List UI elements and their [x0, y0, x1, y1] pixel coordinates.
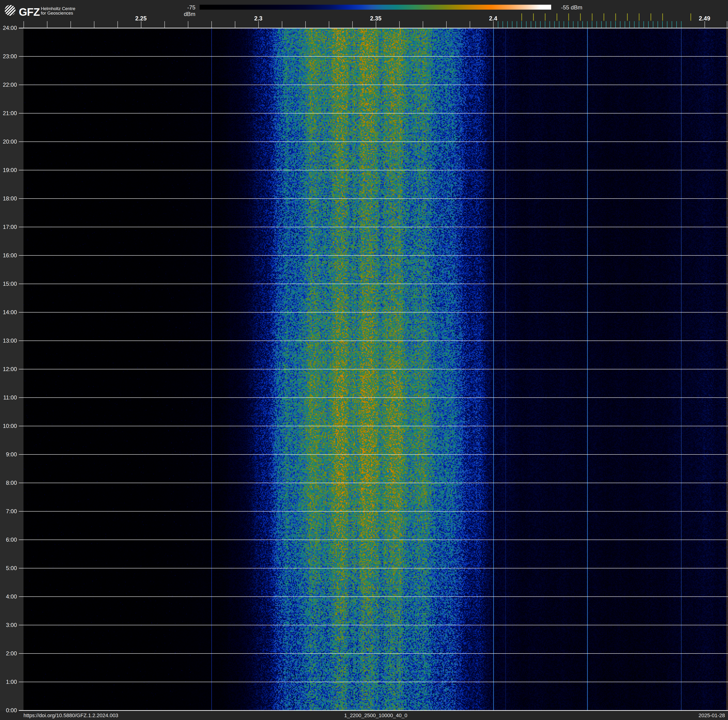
- freq-axis-label: 2.3: [254, 15, 263, 22]
- freq-axis-label: 2.25: [135, 15, 147, 22]
- freq-minor-tick: [727, 21, 727, 28]
- ble-channel-tick: [498, 21, 498, 28]
- freq-minor-tick: [470, 21, 470, 28]
- ble-channel-tick: [564, 21, 564, 28]
- time-axis-label: 1:00: [0, 679, 17, 685]
- wifi-channel-tick: [522, 14, 522, 21]
- time-axis-label: 5:00: [0, 565, 17, 571]
- header-bar: [0, 0, 728, 28]
- ble-channel-tick: [615, 21, 616, 28]
- gfz-logo-wordmark: GFZ: [19, 6, 40, 18]
- ble-channel-tick: [526, 21, 526, 28]
- wifi-channel-tick: [568, 14, 569, 21]
- wifi-channel-tick: [639, 14, 639, 21]
- ble-channel-tick: [671, 21, 672, 28]
- wifi-channel-tick: [604, 14, 604, 21]
- time-axis-label: 15:00: [0, 281, 17, 287]
- hour-gridline: [19, 539, 728, 540]
- freq-minor-tick: [305, 21, 306, 28]
- freq-minor-tick: [399, 21, 400, 28]
- ble-channel-tick: [639, 21, 639, 28]
- hour-gridline: [19, 170, 728, 170]
- time-axis-label: 6:00: [0, 537, 17, 542]
- freq-minor-tick: [211, 21, 212, 28]
- ble-channel-tick: [522, 21, 522, 28]
- power-colorbar: [200, 5, 551, 10]
- ble-channel-tick: [549, 21, 550, 28]
- time-axis-label: 3:00: [0, 622, 17, 628]
- freq-axis-label: 2.49: [699, 15, 710, 22]
- time-axis-label: 10:00: [0, 423, 17, 429]
- hour-gridline: [19, 113, 728, 113]
- wifi-channel-tick: [650, 14, 651, 21]
- ble-channel-tick: [587, 21, 587, 28]
- hour-gridline: [19, 568, 728, 568]
- freq-axis-label: 2.4: [489, 15, 497, 22]
- freq-minor-tick: [329, 21, 329, 28]
- ble-channel-tick: [578, 21, 578, 28]
- doi-link[interactable]: https://doi.org/10.5880/GFZ.1.2.2024.003: [23, 712, 118, 718]
- ble-channel-tick: [644, 21, 644, 28]
- wifi-channel-tick: [592, 14, 592, 21]
- ble-channel-tick: [662, 21, 663, 28]
- gfz-logo-icon: [5, 5, 15, 16]
- time-axis-label: 14:00: [0, 309, 17, 315]
- ble-channel-tick: [535, 21, 536, 28]
- ble-channel-tick: [540, 21, 541, 28]
- colorbar-max-label: -55 dBm: [561, 4, 583, 11]
- hour-gridline: [19, 227, 728, 227]
- hour-gridline: [19, 141, 728, 142]
- top-axis-line: [19, 28, 728, 28]
- ble-channel-tick: [573, 21, 574, 28]
- hour-gridline: [19, 682, 728, 682]
- ble-channel-tick: [648, 21, 648, 28]
- hour-gridline: [19, 483, 728, 483]
- time-axis-label: 0:00: [0, 708, 17, 713]
- ble-channel-tick: [517, 21, 517, 28]
- time-axis-label: 11:00: [0, 395, 17, 400]
- hour-gridline: [19, 454, 728, 455]
- time-axis-label: 20:00: [0, 139, 17, 144]
- time-axis-label: 8:00: [0, 480, 17, 486]
- ble-channel-tick: [568, 21, 569, 28]
- ble-channel-tick: [583, 21, 583, 28]
- freq-minor-tick: [47, 21, 47, 28]
- freq-minor-tick: [94, 21, 95, 28]
- wifi-channel-tick: [627, 14, 628, 21]
- time-axis-label: 19:00: [0, 167, 17, 173]
- ble-channel-tick: [681, 21, 682, 28]
- time-axis-label: 4:00: [0, 594, 17, 599]
- hour-gridline: [19, 340, 728, 341]
- freq-minor-tick: [141, 21, 141, 28]
- freq-minor-tick: [705, 21, 705, 28]
- hour-gridline: [19, 255, 728, 256]
- freq-axis-label: 2.35: [370, 15, 382, 22]
- hour-gridline: [19, 283, 728, 284]
- time-axis-label: 23:00: [0, 54, 17, 59]
- time-axis-label: 22:00: [0, 82, 17, 88]
- ble-channel-tick: [625, 21, 625, 28]
- ble-channel-tick: [554, 21, 555, 28]
- ble-channel-tick: [531, 21, 531, 28]
- ble-channel-tick: [512, 21, 512, 28]
- hour-gridline: [19, 56, 728, 57]
- ble-channel-tick: [634, 21, 635, 28]
- freq-minor-tick: [493, 21, 494, 28]
- dataset-id: 1_2200_2500_10000_40_0: [344, 712, 407, 718]
- ble-channel-tick: [620, 21, 621, 28]
- hour-gridline: [19, 596, 728, 597]
- time-axis-label: 7:00: [0, 509, 17, 514]
- freq-minor-tick: [352, 21, 353, 28]
- ble-channel-tick: [503, 21, 503, 28]
- gfz-logo-subtitle-line2: for Geosciences: [41, 11, 75, 15]
- wifi-channel-tick: [557, 14, 557, 21]
- freq-minor-tick: [282, 21, 282, 28]
- freq-minor-tick: [235, 21, 235, 28]
- gfz-logo-subtitle-line1: Helmholtz Centre: [41, 6, 75, 11]
- hour-gridline: [19, 426, 728, 426]
- ble-channel-tick: [507, 21, 508, 28]
- ble-channel-tick: [606, 21, 606, 28]
- freq-minor-tick: [423, 21, 423, 28]
- freq-minor-tick: [164, 21, 165, 28]
- hour-gridline: [19, 625, 728, 625]
